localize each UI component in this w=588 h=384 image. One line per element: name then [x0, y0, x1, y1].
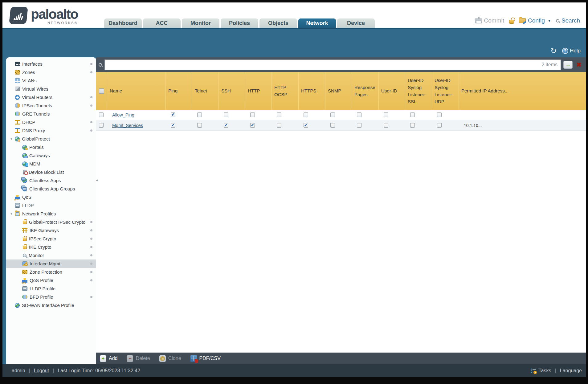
column-header-user-id-syslog-udp[interactable]: User-ID Syslog Listener-UDP [432, 72, 459, 110]
column-header-https[interactable]: HTTPS [299, 72, 325, 110]
sidebar-item-qos-profile[interactable]: QoS Profile [6, 276, 96, 284]
tab-objects[interactable]: Objects [259, 18, 297, 28]
column-header-permitted-ip[interactable]: Permitted IP Address... [459, 72, 586, 110]
telnet-checkbox[interactable] [197, 112, 202, 117]
column-header-select-all[interactable] [96, 72, 107, 110]
snmp-checkbox[interactable] [330, 112, 335, 117]
tab-acc[interactable]: ACC [143, 18, 181, 28]
sidebar-item-clientless-app-groups[interactable]: Clientless App Groups [6, 185, 96, 193]
column-header-snmp[interactable]: SNMP [325, 72, 352, 110]
sidebar-item-zones[interactable]: Zones [6, 68, 96, 76]
user-id-syslog-udp-checkbox[interactable] [437, 123, 442, 128]
sidebar-item-ike-crypto[interactable]: IKE Crypto [6, 243, 96, 251]
pdf-csv-button[interactable]: PDF/CSV [190, 355, 221, 362]
lock-icon[interactable] [509, 20, 514, 24]
content-panel: 2 items → ✖ NamePingTelnetSSHHTTPHTTP OC… [96, 57, 586, 364]
sidebar-item-interface-mgmt[interactable]: Interface Mgmt [6, 259, 96, 268]
search-button[interactable]: Search [556, 17, 580, 24]
sidebar-item-globalprotect-ipsec-crypto[interactable]: GlobalProtect IPSec Crypto [6, 218, 96, 226]
sidebar-item-clientless-apps[interactable]: Clientless Apps [6, 176, 96, 185]
row-checkbox[interactable] [99, 112, 104, 117]
refresh-icon[interactable]: ↻ [550, 47, 557, 54]
sidebar-item-ike-gateways[interactable]: IKE Gateways [6, 226, 96, 235]
sidebar-item-virtual-routers[interactable]: Virtual Routers [6, 93, 96, 101]
profile-name-link[interactable]: Allow_Ping [112, 112, 134, 117]
column-header-ssh[interactable]: SSH [219, 72, 245, 110]
tab-device[interactable]: Device [337, 18, 375, 28]
add-button[interactable]: + Add [100, 355, 117, 362]
ping-checkbox[interactable] [171, 112, 175, 117]
tab-dashboard[interactable]: Dashboard [104, 18, 142, 28]
column-header-http[interactable]: HTTP [245, 72, 272, 110]
sidebar-item-device-block-list[interactable]: Device Block List [6, 168, 96, 176]
user-id-syslog-udp-checkbox[interactable] [437, 112, 442, 117]
zones-icon [15, 70, 20, 75]
sidebar-item-portals[interactable]: Portals [6, 143, 96, 151]
sidebar-item-gre-tunnels[interactable]: GRE Tunnels [6, 110, 96, 118]
snmp-checkbox[interactable] [330, 123, 335, 128]
expander-icon[interactable]: ▼ [10, 212, 15, 215]
column-header-ping[interactable]: Ping [166, 72, 192, 110]
http-ocsp-checkbox[interactable] [277, 123, 281, 128]
sidebar-item-ipsec-crypto[interactable]: IPSec Crypto [6, 235, 96, 243]
user-id-checkbox[interactable] [384, 123, 388, 128]
ssh-checkbox[interactable] [224, 123, 228, 128]
user-id-syslog-ssl-checkbox[interactable] [410, 112, 415, 117]
profile-name-link[interactable]: Mgmt_Services [112, 123, 143, 128]
sidebar-item-dhcp[interactable]: DHCP [6, 118, 96, 126]
config-button[interactable]: Config ▼ [519, 17, 551, 24]
sidebar-item-lldp-profile[interactable]: LLDP Profile [6, 284, 96, 293]
tab-network[interactable]: Network [298, 18, 336, 28]
user-id-checkbox[interactable] [384, 112, 388, 117]
sidebar-item-lldp[interactable]: LLDP [6, 201, 96, 210]
column-header-user-id-syslog-ssl[interactable]: User-ID Syslog Listener-SSL [405, 72, 432, 110]
tab-policies[interactable]: Policies [221, 18, 258, 28]
sidebar-item-interfaces[interactable]: Interfaces [6, 60, 96, 68]
response-pages-checkbox[interactable] [357, 112, 361, 117]
logout-link[interactable]: Logout [34, 368, 49, 374]
user-id-syslog-ssl-checkbox[interactable] [410, 123, 415, 128]
commit-button[interactable]: Commit [475, 17, 504, 24]
sidebar-item-zone-protection[interactable]: Zone Protection [6, 268, 96, 276]
apply-filter-button[interactable]: → [563, 61, 573, 69]
language-link[interactable]: Language [560, 368, 582, 374]
sidebar-item-monitor[interactable]: Monitor [6, 251, 96, 259]
sidebar-item-sd-wan-interface-profile[interactable]: SD-WAN Interface Profile [6, 301, 96, 309]
http-checkbox[interactable] [250, 123, 255, 128]
ping-checkbox[interactable] [171, 123, 175, 128]
ssh-checkbox[interactable] [224, 112, 228, 117]
sidebar-item-virtual-wires[interactable]: Virtual Wires [6, 85, 96, 93]
column-header-response-pages[interactable]: Response Pages [352, 72, 379, 110]
https-cell [299, 120, 325, 130]
sidebar-item-gateways[interactable]: Gateways [6, 151, 96, 160]
tab-monitor[interactable]: Monitor [182, 18, 219, 28]
column-header-http-ocsp[interactable]: HTTP OCSP [272, 72, 299, 110]
select-all-checkbox[interactable] [99, 88, 104, 94]
sidebar-item-dns-proxy[interactable]: DNS Proxy [6, 126, 96, 135]
row-checkbox[interactable] [99, 123, 104, 128]
telnet-checkbox[interactable] [197, 123, 202, 128]
delete-button[interactable]: − Delete [127, 355, 150, 362]
sidebar-item-vlans[interactable]: VLANs [6, 76, 96, 85]
http-checkbox[interactable] [250, 112, 255, 117]
sidebar-item-qos[interactable]: QoS [6, 193, 96, 201]
help-button[interactable]: ? Help [562, 48, 581, 54]
response-pages-checkbox[interactable] [357, 123, 361, 128]
sidebar-item-mdm[interactable]: MDM [6, 160, 96, 168]
tasks-link[interactable]: Tasks [538, 368, 551, 374]
expander-icon[interactable]: ▼ [10, 137, 15, 141]
column-header-name[interactable]: Name [107, 72, 166, 110]
filter-input[interactable] [108, 62, 541, 67]
https-checkbox[interactable] [304, 112, 308, 117]
sidebar-item-ipsec-tunnels[interactable]: IPSec Tunnels [6, 101, 96, 110]
sidebar-item-network-profiles[interactable]: ▼Network Profiles [6, 210, 96, 218]
clone-button[interactable]: Clone [159, 355, 181, 362]
column-header-telnet[interactable]: Telnet [192, 72, 219, 110]
http-ocsp-checkbox[interactable] [277, 112, 281, 117]
clear-filter-button[interactable]: ✖ [575, 61, 583, 69]
lock-icon [23, 246, 27, 249]
sidebar-item-bfd-profile[interactable]: BFD Profile [6, 293, 96, 301]
column-header-user-id[interactable]: User-ID [379, 72, 405, 110]
sidebar-item-globalprotect[interactable]: ▼GlobalProtect [6, 135, 96, 143]
https-checkbox[interactable] [304, 123, 308, 128]
